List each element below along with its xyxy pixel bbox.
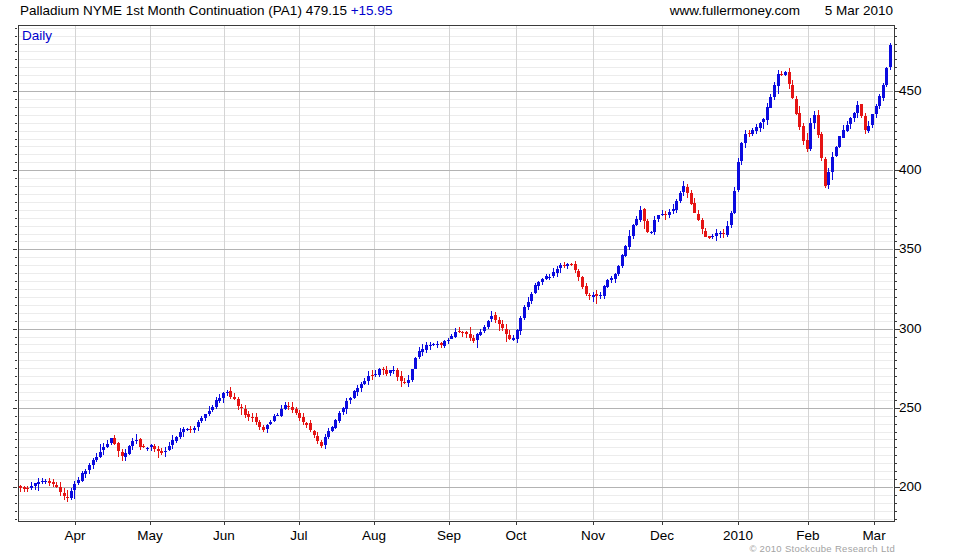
x-axis-label: Feb	[786, 528, 830, 543]
x-axis-label: Oct	[494, 528, 538, 543]
x-axis-label: Sep	[427, 528, 471, 543]
y-axis-label: 400	[899, 162, 922, 178]
x-axis-label: Nov	[571, 528, 615, 543]
y-axis-label: 250	[899, 400, 922, 416]
x-axis-label: Jul	[277, 528, 321, 543]
y-axis-label: 450	[899, 83, 922, 99]
timeframe-label: Daily	[22, 28, 52, 43]
y-axis-label: 300	[899, 321, 922, 337]
y-axis-label: 350	[899, 241, 922, 257]
chart-window: Palladium NYME 1st Month Continuation (P…	[0, 0, 980, 560]
copyright-notice: © 2010 Stockcube Research Ltd	[749, 543, 895, 554]
x-axis-label: Mar	[852, 528, 896, 543]
y-axis-label: 200	[899, 479, 922, 495]
candlestick-chart	[0, 0, 980, 560]
x-axis-label: 2010	[716, 528, 760, 543]
x-axis-label: Apr	[53, 528, 97, 543]
x-axis-label: May	[128, 528, 172, 543]
x-axis-label: Jun	[202, 528, 246, 543]
x-axis-label: Aug	[352, 528, 396, 543]
x-axis-label: Dec	[640, 528, 684, 543]
